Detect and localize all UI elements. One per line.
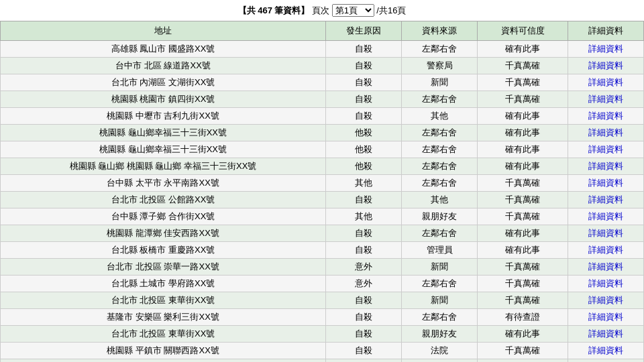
detail-link[interactable]: 詳細資料 [588, 261, 623, 272]
cell-credibility: 千真萬確 [478, 192, 568, 208]
detail-link[interactable]: 詳細資料 [588, 44, 623, 54]
cell-cause: 他殺 [326, 141, 402, 158]
cell-detail[interactable]: 詳細資料 [568, 242, 643, 259]
cell-detail[interactable]: 詳細資料 [568, 208, 643, 225]
cell-detail[interactable]: 詳細資料 [568, 141, 643, 158]
table-header-row: 地址 發生原因 資料來源 資料可信度 詳細資料 [1, 21, 644, 41]
cell-credibility: 千真萬確 [478, 292, 568, 309]
detail-link[interactable]: 詳細資料 [588, 127, 623, 137]
cell-detail[interactable]: 詳細資料 [568, 125, 643, 141]
cell-credibility: 千真萬確 [478, 276, 568, 292]
cell-cause: 自殺 [326, 41, 402, 58]
detail-link[interactable]: 詳細資料 [588, 328, 623, 339]
cell-cause: 自殺 [326, 91, 402, 108]
cell-detail[interactable]: 詳細資料 [568, 91, 643, 108]
table-row: 台北縣 土城市 學府路XX號意外左鄰右舍千真萬確詳細資料 [1, 276, 644, 292]
cell-detail[interactable]: 詳細資料 [568, 175, 643, 192]
cell-detail[interactable]: 詳細資料 [568, 292, 643, 309]
cell-source: 左鄰右舍 [402, 158, 478, 175]
cell-credibility: 確有此事 [478, 326, 568, 343]
data-table: 地址 發生原因 資料來源 資料可信度 詳細資料 高雄縣 鳳山市 國盛路XX號自殺… [0, 21, 644, 362]
cell-source: 新聞 [402, 259, 478, 276]
cell-detail[interactable]: 詳細資料 [568, 326, 643, 343]
detail-link[interactable]: 詳細資料 [588, 144, 623, 154]
col-credibility: 資料可信度 [478, 21, 568, 41]
cell-cause: 意外 [326, 259, 402, 276]
cell-source: 管理員 [402, 242, 478, 259]
cell-detail[interactable]: 詳細資料 [568, 309, 643, 326]
table-row: 台北市 北投區 東華街XX號自殺新聞千真萬確詳細資料 [1, 292, 644, 309]
cell-address: 高雄縣 鳳山市 國盛路XX號 [1, 41, 326, 58]
col-cause: 發生原因 [326, 21, 402, 41]
cell-address: 台中市 北區 線道路XX號 [1, 58, 326, 74]
cell-source: 法院 [402, 343, 478, 359]
cell-credibility: 確有此事 [478, 108, 568, 125]
cell-detail[interactable]: 詳細資料 [568, 158, 643, 175]
cell-detail[interactable]: 詳細資料 [568, 58, 643, 74]
page-label: 頁次 [312, 5, 329, 15]
header-bar: 【共 467 筆資料】 頁次 第1頁第2頁第3頁第4頁第5頁第6頁第7頁第8頁第… [0, 0, 644, 21]
cell-credibility: 確有此事 [478, 41, 568, 58]
detail-link[interactable]: 詳細資料 [588, 312, 623, 322]
detail-link[interactable]: 詳細資料 [588, 345, 623, 355]
cell-address: 桃園縣 龜山鄉 桃園縣 龜山鄉 幸福三十三街XX號 [1, 158, 326, 175]
detail-link[interactable]: 詳細資料 [588, 94, 623, 104]
cell-source: 左鄰右舍 [402, 175, 478, 192]
cell-credibility: 千真萬確 [478, 91, 568, 108]
page-select[interactable]: 第1頁第2頁第3頁第4頁第5頁第6頁第7頁第8頁第9頁第10頁第11頁第12頁第… [332, 4, 374, 17]
table-row: 高雄縣 鳳山市 國盛路XX號自殺左鄰右舍確有此事詳細資料 [1, 41, 644, 58]
detail-link[interactable]: 詳細資料 [588, 178, 623, 188]
cell-address: 台北市 北投區 公館路XX號 [1, 192, 326, 208]
cell-cause: 自殺 [326, 192, 402, 208]
cell-detail[interactable]: 詳細資料 [568, 359, 643, 363]
table-row: 台中市 北區 線道路XX號自殺警察局千真萬確詳細資料 [1, 58, 644, 74]
cell-source: 親朋好友 [402, 326, 478, 343]
cell-cause: 自殺 [326, 359, 402, 363]
cell-cause: 自殺 [326, 309, 402, 326]
cell-cause: 他殺 [326, 158, 402, 175]
detail-link[interactable]: 詳細資料 [588, 295, 623, 305]
table-row: 台中縣 太平市 永平南路XX號其他左鄰右舍千真萬確詳細資料 [1, 175, 644, 192]
cell-cause: 自殺 [326, 326, 402, 343]
cell-source: 左鄰右舍 [402, 141, 478, 158]
col-source: 資料來源 [402, 21, 478, 41]
page-container: 【共 467 筆資料】 頁次 第1頁第2頁第3頁第4頁第5頁第6頁第7頁第8頁第… [0, 0, 644, 362]
table-row: 桃園縣 平鎮市 關聯西路XX號自殺法院千真萬確詳細資料 [1, 343, 644, 359]
cell-detail[interactable]: 詳細資料 [568, 192, 643, 208]
cell-credibility: 確有此事 [478, 225, 568, 242]
cell-address: 台北縣 中和市 中正路XX號 [1, 359, 326, 363]
cell-address: 台北縣 土城市 學府路XX號 [1, 276, 326, 292]
total-info: 【共 467 筆資料】 [238, 5, 310, 15]
detail-link[interactable]: 詳細資料 [588, 77, 623, 87]
cell-detail[interactable]: 詳細資料 [568, 343, 643, 359]
cell-credibility: 千真萬確 [478, 175, 568, 192]
cell-detail[interactable]: 詳細資料 [568, 74, 643, 91]
cell-credibility: 千真萬確 [478, 359, 568, 363]
table-row: 基隆市 安樂區 樂利三街XX號自殺左鄰右舍有待查證詳細資料 [1, 309, 644, 326]
cell-detail[interactable]: 詳細資料 [568, 41, 643, 58]
detail-link[interactable]: 詳細資料 [588, 194, 623, 204]
cell-credibility: 千真萬確 [478, 58, 568, 74]
cell-detail[interactable]: 詳細資料 [568, 259, 643, 276]
cell-address: 桃園縣 平鎮市 關聯西路XX號 [1, 343, 326, 359]
cell-cause: 自殺 [326, 292, 402, 309]
cell-credibility: 確有此事 [478, 158, 568, 175]
cell-address: 桃園縣 龜山鄉幸福三十三街XX號 [1, 141, 326, 158]
cell-source: 警察局 [402, 58, 478, 74]
detail-link[interactable]: 詳細資料 [588, 245, 623, 255]
detail-link[interactable]: 詳細資料 [588, 60, 623, 70]
cell-detail[interactable]: 詳細資料 [568, 225, 643, 242]
cell-source: 左鄰右舍 [402, 359, 478, 363]
detail-link[interactable]: 詳細資料 [588, 211, 623, 221]
detail-link[interactable]: 詳細資料 [588, 278, 623, 288]
table-row: 台北市 北投區 東華街XX號自殺親朋好友確有此事詳細資料 [1, 326, 644, 343]
detail-link[interactable]: 詳細資料 [588, 228, 623, 238]
cell-source: 左鄰右舍 [402, 276, 478, 292]
detail-link[interactable]: 詳細資料 [588, 111, 623, 121]
cell-credibility: 確有此事 [478, 141, 568, 158]
cell-detail[interactable]: 詳細資料 [568, 276, 643, 292]
cell-detail[interactable]: 詳細資料 [568, 108, 643, 125]
cell-cause: 自殺 [326, 242, 402, 259]
detail-link[interactable]: 詳細資料 [588, 161, 623, 171]
cell-address: 台中縣 潭子鄉 合作街XX號 [1, 208, 326, 225]
